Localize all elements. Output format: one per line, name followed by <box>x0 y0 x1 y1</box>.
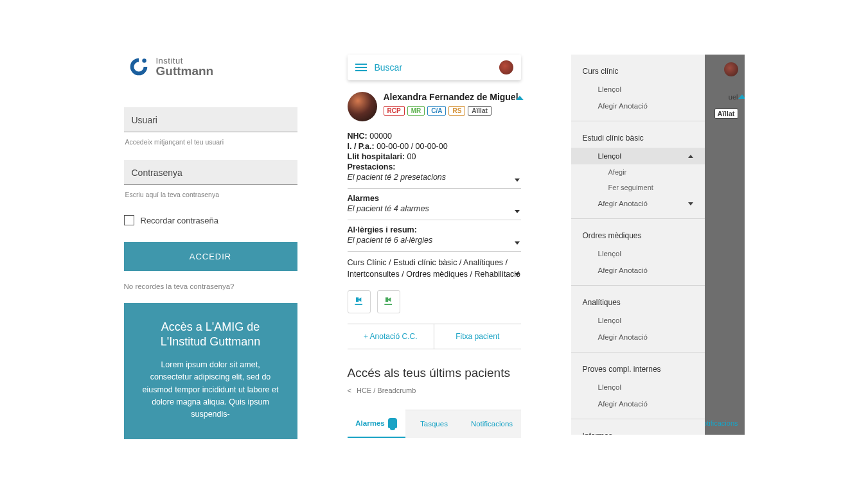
tab-alarmes[interactable]: Alarmes <box>348 410 405 438</box>
action-icons <box>348 283 521 316</box>
svg-point-0 <box>142 58 146 62</box>
chevron-down-icon <box>515 241 520 245</box>
recent-patients-title: Accés als teus últims pacients <box>348 366 521 380</box>
menu-item-label: Afegir Anotació <box>598 266 648 274</box>
collapse-icon[interactable] <box>516 96 524 100</box>
chevron-up-icon <box>688 155 693 158</box>
logo-icon <box>127 55 151 79</box>
patient-tags: RCP MR C/A RS Aïllat <box>384 106 521 116</box>
menu-item[interactable]: Afegir Anotació <box>571 98 705 114</box>
remember-label: Recordar contraseña <box>141 216 218 225</box>
menu-icon[interactable] <box>355 64 367 71</box>
info-panel-body: Lorem ipsum dolor sit amet, consectetur … <box>139 359 282 421</box>
menu-item[interactable]: Llençol <box>571 312 705 329</box>
search-label: Buscar <box>375 62 403 73</box>
bg-notif-fragment: otificacions <box>703 419 738 427</box>
side-menu: Curs clínicLlençolAfegir AnotacióEstudi … <box>571 55 705 435</box>
menu-item-label: Afegir Anotació <box>598 200 648 207</box>
menu-section-title: Analítiques <box>571 295 705 312</box>
menu-item[interactable]: Llençol <box>571 81 705 98</box>
ipa-value: 00-00-00 / 00-00-00 <box>376 142 448 151</box>
bed-value: 00 <box>407 152 416 161</box>
menu-item[interactable]: Llençol <box>571 148 705 164</box>
breadcrumb[interactable]: < HCE / Breadcrumb <box>348 387 521 394</box>
menu-item-label: Llençol <box>598 85 621 93</box>
chevron-down-icon <box>515 210 520 213</box>
bg-avatar <box>724 62 738 76</box>
action-icon-2[interactable] <box>377 290 400 313</box>
patient-allergies[interactable]: Al·lèrgies i resum: El pacient té 6 al·l… <box>348 220 521 252</box>
patient-header: Alexandra Fernandez de Miguel RCP MR C/A… <box>348 92 521 121</box>
menu-item[interactable]: Afegir Anotació <box>571 195 705 212</box>
menu-item[interactable]: Llençol <box>571 245 705 262</box>
ipa-label: I. / P.a.: <box>348 142 375 151</box>
breadcrumb-text: HCE / Breadcrumb <box>357 387 416 394</box>
menu-section-title: Informes <box>571 429 705 435</box>
patient-avatar <box>348 92 377 121</box>
tag-rs: RS <box>448 106 465 116</box>
checkbox-icon <box>124 215 134 225</box>
menu-item-label: Afegir Anotació <box>598 333 648 341</box>
menu-item-label: Afegir Anotació <box>598 400 648 408</box>
prestacions-label: Prestacions: <box>348 162 396 171</box>
info-panel: Accès a L'AMIG de L'Institud Guttmann Lo… <box>124 303 297 439</box>
bg-chevron-icon <box>738 94 745 99</box>
tag-rcp: RCP <box>384 106 405 116</box>
svg-rect-2 <box>384 304 392 306</box>
tag-aillat: Aïllat <box>468 106 491 116</box>
bg-tag-fragment: Aïllat <box>714 109 738 119</box>
menu-section-title: Curs clínic <box>571 64 705 81</box>
action-buttons: + Anotació C.C. Fitxa pacient <box>348 324 521 349</box>
menu-subitem[interactable]: Fer seguiment <box>571 180 705 195</box>
allergies-label: Al·lèrgies i resum: <box>348 225 417 234</box>
menu-item[interactable]: Afegir Anotació <box>571 396 705 412</box>
action-icon-1[interactable] <box>348 290 371 313</box>
menu-item-label: Llençol <box>598 250 621 257</box>
password-input[interactable] <box>124 160 297 185</box>
patient-sheet-button[interactable]: Fitxa pacient <box>434 324 521 349</box>
tag-mr: MR <box>407 106 425 116</box>
tag-ca: C/A <box>427 106 446 116</box>
patient-alarms[interactable]: Alarmes El pacient té 4 alarmes <box>348 189 521 220</box>
bottom-tabbar: Alarmes Tasques Notificacions <box>348 410 521 438</box>
patient-basic-info[interactable]: NHC: 00000 I. / P.a.: 00-00-00 / 00-00-0… <box>348 126 521 189</box>
chevron-down-icon <box>515 179 520 182</box>
brand-logo: Institut Guttmann <box>124 55 297 79</box>
menu-section-title: Proves compl. internes <box>571 362 705 379</box>
search-bar[interactable]: Buscar <box>348 55 521 80</box>
alarms-value: El pacient té 4 alarmes <box>348 204 521 213</box>
menu-item-label: Llençol <box>598 152 621 160</box>
menu-item[interactable]: Afegir Anotació <box>571 262 705 279</box>
nhc-label: NHC: <box>348 132 368 141</box>
menu-item[interactable]: Afegir Anotació <box>571 329 705 345</box>
menu-section-title: Estudi clínic bàsic <box>571 131 705 148</box>
menu-section-title: Ordres mèdiques <box>571 229 705 245</box>
chevron-down-icon <box>688 202 693 205</box>
add-annotation-button[interactable]: + Anotació C.C. <box>348 324 435 349</box>
menu-screen: uel Aïllat otificacions Curs clínicLlenç… <box>571 55 745 435</box>
chevron-down-icon <box>515 273 520 276</box>
menu-subitem[interactable]: Afegir <box>571 164 705 180</box>
menu-item[interactable]: Llençol <box>571 379 705 396</box>
tab-notificacions[interactable]: Notificacions <box>463 410 521 438</box>
username-hint: Accedeix mitjançant el teu usuari <box>124 135 297 160</box>
username-input[interactable] <box>124 107 297 132</box>
pathways-text: Curs Clínic / Estudi clínic bàsic / Anal… <box>348 257 521 280</box>
bell-icon <box>388 418 397 428</box>
remember-checkbox[interactable]: Recordar contraseña <box>124 215 297 225</box>
menu-item-label: Afegir Anotació <box>598 102 648 110</box>
bg-name-fragment: uel <box>729 93 738 101</box>
login-screen: Institut Guttmann Accedeix mitjançant el… <box>124 55 297 439</box>
login-button[interactable]: ACCEDIR <box>124 242 297 271</box>
user-avatar-small[interactable] <box>499 60 513 74</box>
menu-item-label: Llençol <box>598 383 621 391</box>
menu-item-label: Llençol <box>598 317 621 324</box>
back-icon: < <box>348 387 351 394</box>
tab-tasques[interactable]: Tasques <box>405 410 463 438</box>
patient-screen: Buscar Alexandra Fernandez de Miguel RCP… <box>348 55 521 439</box>
forgot-password-link[interactable]: No recordes la teva contrasenya? <box>124 283 297 290</box>
prestacions-value: El pacient té 2 presetacions <box>348 173 521 182</box>
allergies-value: El pacient té 6 al·lèrgies <box>348 236 521 245</box>
patient-pathways[interactable]: Curs Clínic / Estudi clínic bàsic / Anal… <box>348 252 521 283</box>
nhc-value: 00000 <box>369 132 392 141</box>
